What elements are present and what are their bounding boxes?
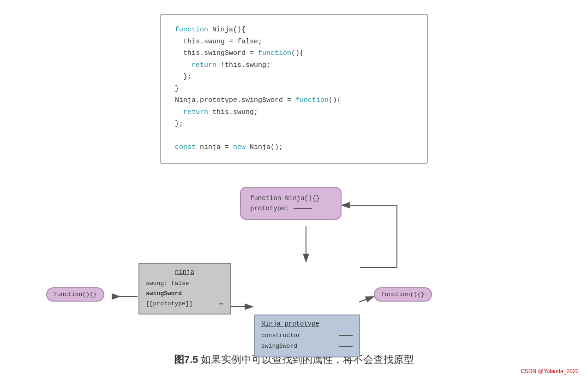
code-line-1: function Ninja(){ <box>175 24 413 36</box>
code-line-2: this.swung = false; <box>175 36 413 48</box>
code-line-3: this.swingSword = function(){ <box>175 48 413 59</box>
ninja-func-box: function Ninja(){} prototype: <box>240 187 342 220</box>
ninja-func-line1: function Ninja(){} <box>250 193 331 203</box>
diagram-container: function Ninja(){} prototype: ninja swun… <box>18 182 570 334</box>
ninja-func-line2: prototype: <box>250 203 331 214</box>
ninja-obj-title: ninja <box>146 268 223 276</box>
ninja-obj-row2: swingSword <box>146 289 223 299</box>
code-block: function Ninja(){ this.swung = false; th… <box>160 14 428 164</box>
ninja-proto-row2: swingSword <box>261 341 353 351</box>
code-line-6: } <box>175 83 413 95</box>
keyword-function-1: function <box>175 26 208 34</box>
code-line-9: }; <box>175 118 413 130</box>
ninja-proto-box: Ninja prototype constructor swingSword <box>254 315 360 357</box>
code-line-4: return !this.swung; <box>175 59 413 71</box>
ninja-obj-box: ninja swung: false swingSword [[prototyp… <box>138 263 231 315</box>
ninja-obj-row1: swung: false <box>146 279 223 289</box>
page-container: function Ninja(){ this.swung = false; th… <box>0 0 588 380</box>
code-line-5: }; <box>175 71 413 83</box>
pill-left: function(){} <box>46 287 104 302</box>
code-line-7: Ninja.prototype.swingSword = function(){ <box>175 95 413 107</box>
code-line-10 <box>175 130 413 142</box>
ninja-proto-row1: constructor <box>261 330 353 341</box>
svg-line-5 <box>359 297 374 302</box>
ninja-proto-title: Ninja prototype <box>261 320 353 327</box>
code-line-8: return this.swung; <box>175 107 413 119</box>
ninja-obj-row3: [[prototype]] <box>146 299 223 309</box>
watermark: CSDN @Yolanda_2022 <box>521 368 579 374</box>
pill-right: function(){} <box>374 287 432 302</box>
caption-number: 图7.5 <box>174 354 198 365</box>
code-line-11: const ninja = new Ninja(); <box>175 142 413 154</box>
